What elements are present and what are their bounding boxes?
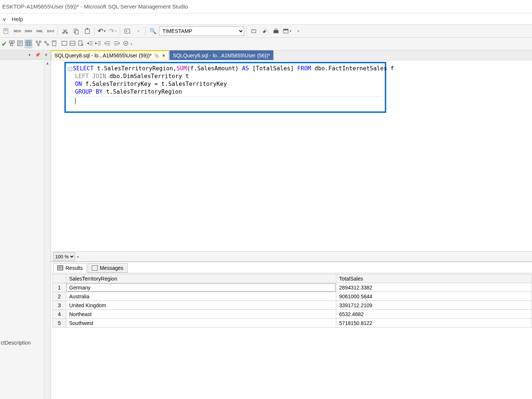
wrench-icon[interactable] <box>260 26 270 36</box>
cell-total[interactable]: 2894312.3382 <box>336 283 532 292</box>
messages-icon <box>92 265 98 271</box>
dropdown-icon[interactable]: ▾ <box>134 26 143 36</box>
panel-header: ▾ 📌 ✕ <box>0 50 51 60</box>
title-bar: ESKTOP-A1M5655\User (59))* - Microsoft S… <box>0 0 532 13</box>
execution-plan-icon[interactable] <box>9 40 15 48</box>
specify-values-icon[interactable] <box>122 40 129 48</box>
menu-item-help[interactable]: Help <box>12 16 23 22</box>
tab-close-icon[interactable]: ✕ <box>162 53 165 58</box>
scroll-up-icon[interactable]: ▲ <box>46 60 50 66</box>
results-to-text-icon[interactable] <box>17 40 23 48</box>
menu-item-view[interactable]: v <box>3 16 6 22</box>
results-file-icon[interactable] <box>77 40 84 48</box>
table-row[interactable]: 1 Germany 2894312.3382 <box>53 283 532 292</box>
copy-icon[interactable] <box>71 26 81 36</box>
text-cursor <box>75 98 75 104</box>
increase-indent-icon[interactable] <box>95 40 102 48</box>
zoom-select[interactable]: 100 % <box>53 252 75 261</box>
cell-region[interactable]: Germany <box>66 283 336 292</box>
rownum-header <box>53 274 66 283</box>
code-line-2: LEFT JOIN dbo.DimSalesTerritory t <box>68 73 383 80</box>
uncomment-icon[interactable] <box>69 40 76 48</box>
tab-sqlquery6[interactable]: SQLQuery6.sql - lo...A1M5655\User (56))* <box>169 50 273 60</box>
dmx-icon[interactable]: DMX <box>24 26 33 36</box>
paste-icon[interactable] <box>83 26 92 36</box>
svg-rect-12 <box>275 29 277 30</box>
table-row[interactable]: 2 Australia 9061000.5844 <box>53 292 532 301</box>
new-query-icon[interactable] <box>1 26 11 36</box>
svg-rect-8 <box>87 28 88 29</box>
xmla-icon[interactable]: XML <box>35 26 44 36</box>
toolbox-icon[interactable] <box>271 26 281 36</box>
panel-dropdown-icon[interactable]: ▾ <box>26 51 33 58</box>
debug-icon[interactable] <box>249 26 259 36</box>
parse-icon[interactable]: ✔ <box>1 40 7 48</box>
svg-point-31 <box>125 43 126 44</box>
object-explorer-item[interactable]: ctDescription <box>0 338 31 347</box>
cell-total[interactable]: 5718150.8122 <box>336 319 532 328</box>
cell-total[interactable]: 6532.4682 <box>336 310 532 319</box>
overflow-icon-2[interactable]: ▾ <box>131 42 132 46</box>
svg-rect-7 <box>85 29 89 33</box>
tab-label: SQLQuery6.sql - lo...A1M5655\User (56))* <box>173 53 270 58</box>
panel-close-icon[interactable]: ✕ <box>43 51 49 58</box>
cell-region[interactable]: United Kingdom <box>66 301 336 310</box>
results-grid[interactable]: SalesTerritoryRegion TotalSales 1 German… <box>53 274 532 328</box>
code-line-5 <box>68 97 383 105</box>
grid-icon <box>57 265 63 271</box>
fold-icon[interactable]: − <box>68 67 72 71</box>
client-stats-icon[interactable] <box>51 40 58 48</box>
cell-region[interactable]: Northeast <box>66 310 336 319</box>
redo-button[interactable]: ↷▾ <box>108 26 118 36</box>
include-plan-icon[interactable] <box>35 40 42 48</box>
sql-editor[interactable]: −SELECT t.SalesTerritoryRegion,SUM(f.Sal… <box>51 60 532 114</box>
code-line-4: GROUP BY t.SalesTerritoryRegion <box>68 88 383 96</box>
svg-point-22 <box>38 44 40 46</box>
indent-icon[interactable] <box>113 40 119 48</box>
menu-bar: v Help <box>0 13 532 24</box>
execute-icon[interactable] <box>122 26 132 36</box>
layout-dropdown-icon[interactable]: ▾ <box>282 26 292 36</box>
table-row[interactable]: 3 United Kingdom 3391712.2109 <box>53 301 532 310</box>
combo-timestamp[interactable]: TIMESTAMP <box>159 26 244 36</box>
cell-total[interactable]: 9061000.5844 <box>336 292 532 301</box>
decrease-indent-icon[interactable] <box>87 40 94 48</box>
tab-pin-icon[interactable]: 📎 <box>154 53 159 58</box>
main-area: ▾ 📌 ✕ ▲ ctDescription SQLQuery8.sql - lo… <box>0 50 532 399</box>
col-header-region[interactable]: SalesTerritoryRegion <box>66 274 336 283</box>
cell-region[interactable]: Australia <box>66 292 336 301</box>
document-tabs: SQLQuery8.sql - lo...A1M5655\User (59))*… <box>51 50 532 60</box>
panel-pin-icon[interactable]: 📌 <box>34 51 41 58</box>
table-row[interactable]: 5 Southwest 5718150.8122 <box>53 319 532 328</box>
outdent-icon[interactable] <box>105 40 111 48</box>
grid-header-row: SalesTerritoryRegion TotalSales <box>53 274 532 283</box>
results-tab[interactable]: Results <box>53 263 87 273</box>
svg-rect-2 <box>5 30 7 31</box>
svg-rect-11 <box>273 30 279 33</box>
svg-rect-6 <box>75 30 78 34</box>
tab-sqlquery8[interactable]: SQLQuery8.sql - lo...A1M5655\User (59))*… <box>51 50 169 60</box>
svg-rect-14 <box>283 29 288 30</box>
editor-empty-area[interactable] <box>51 114 532 251</box>
undo-button[interactable]: ↶▾ <box>97 26 107 36</box>
table-row[interactable]: 4 Northeast 6532.4682 <box>53 310 532 319</box>
mdx-icon[interactable]: MDX <box>13 26 22 36</box>
live-stats-icon[interactable] <box>43 40 50 48</box>
cut-icon[interactable] <box>60 26 70 36</box>
overflow-icon[interactable]: ▾ <box>293 26 303 36</box>
results-to-grid-icon[interactable] <box>25 40 32 48</box>
find-icon[interactable]: 🔍 <box>148 26 158 36</box>
cell-total[interactable]: 3391712.2109 <box>336 301 532 310</box>
cell-region[interactable]: Southwest <box>66 319 336 328</box>
messages-tab-label: Messages <box>100 265 124 271</box>
row-number: 2 <box>53 292 66 301</box>
dax-icon[interactable]: DAX <box>46 26 55 36</box>
col-header-total[interactable]: TotalSales <box>336 274 532 283</box>
messages-tab[interactable]: Messages <box>88 263 128 273</box>
panel-scrollbar[interactable]: ▲ <box>44 60 51 399</box>
window-title: ESKTOP-A1M5655\User (59))* - Microsoft S… <box>2 3 188 10</box>
main-toolbar: MDX DMX XML DAX ↶▾ ↷▾ ▾ 🔍 TIMESTAMP ▾ ▾ <box>0 24 532 38</box>
svg-rect-0 <box>4 28 8 34</box>
comment-icon[interactable] <box>61 40 68 48</box>
scroll-left-icon[interactable]: ◂ <box>77 254 79 259</box>
